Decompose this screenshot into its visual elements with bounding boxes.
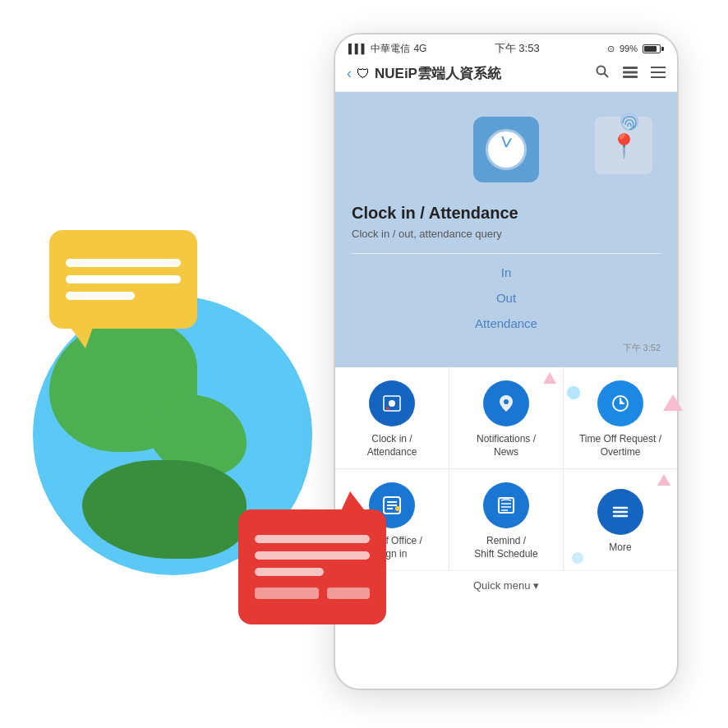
red-btn-2: [327, 587, 370, 599]
bubble-line-2: [66, 275, 181, 283]
nav-left: ‹ 🛡 NUEiP雲端人資系統: [347, 64, 501, 83]
search-icon[interactable]: [595, 64, 610, 83]
globe-land-3: [82, 460, 247, 559]
red-bubble-line-2: [255, 551, 370, 560]
grid-label-2: Time Off Request /Overtime: [579, 433, 661, 458]
clock-box: [473, 117, 539, 182]
grid-cell-1[interactable]: Notifications /News: [449, 367, 563, 468]
svg-point-8: [621, 113, 638, 130]
grid-label-5: More: [609, 541, 631, 555]
grid-label-1: Notifications /News: [477, 433, 536, 458]
deco-triangle-top-right: [663, 394, 683, 411]
link-attendance[interactable]: Attendance: [352, 311, 661, 335]
nav-bar: ‹ 🛡 NUEiP雲端人資系統: [335, 59, 677, 92]
status-left: ▌▌▌ 中華電信 4G: [348, 42, 426, 56]
app-title: NUEiP雲端人資系統: [375, 64, 501, 83]
svg-point-0: [597, 67, 606, 75]
deco-circle-top: [567, 386, 580, 399]
svg-point-10: [389, 400, 395, 407]
grid-icon-0: [369, 380, 415, 426]
battery-icon: [643, 44, 664, 53]
svg-point-11: [386, 407, 389, 410]
red-bubble-line-3: [255, 568, 324, 576]
clock-icon-wrap: [473, 117, 539, 182]
nav-right: [595, 64, 666, 83]
battery-percent: 99%: [620, 44, 638, 53]
menu-icon[interactable]: [651, 65, 666, 82]
svg-rect-3: [623, 71, 638, 74]
deco-triangle-1: [543, 372, 556, 384]
grid-cell-2[interactable]: Time Off Request /Overtime: [564, 367, 677, 468]
grid-cell-0[interactable]: Clock in /Attendance: [335, 367, 449, 468]
main-card: 📍 Clock in / Attendance Clock in / out, …: [335, 92, 677, 367]
card-divider-1: [352, 253, 661, 254]
link-in[interactable]: In: [352, 260, 661, 284]
carrier-label: 中華電信: [371, 42, 410, 56]
lock-icon: ⊙: [607, 44, 615, 54]
grid-cell-5[interactable]: More: [564, 469, 677, 570]
grid-icon-5: [597, 489, 643, 535]
bubble-line-3: [66, 292, 135, 300]
clock-face: [486, 129, 527, 170]
svg-line-1: [605, 74, 609, 78]
quick-grid: Clock in /Attendance Notifications /News…: [335, 367, 677, 570]
deco-circle-5: [572, 552, 583, 564]
card-timestamp: 下午 3:52: [352, 342, 661, 354]
grid-cell-4[interactable]: Remind /Shift Schedule: [449, 469, 563, 570]
fingerprint-icon: [615, 108, 644, 138]
red-btn-1: [255, 587, 319, 599]
svg-rect-2: [623, 67, 638, 69]
grid-icon-1: [483, 380, 529, 426]
grid-label-4: Remind /Shift Schedule: [474, 535, 537, 560]
list-icon[interactable]: [623, 65, 638, 82]
link-out[interactable]: Out: [352, 286, 661, 310]
clock-hand-m: [501, 136, 507, 148]
signal-icon: ▌▌▌: [348, 44, 367, 53]
speech-bubble-yellow: [49, 230, 197, 329]
card-subtitle: Clock in / out, attendance query: [352, 228, 661, 240]
status-bar: ▌▌▌ 中華電信 4G 下午 3:53 ⊙ 99%: [335, 35, 677, 59]
grid-label-0: Clock in /Attendance: [367, 433, 417, 458]
speech-bubble-red: [238, 509, 386, 624]
status-right: ⊙ 99%: [607, 44, 664, 54]
deco-triangle-5: [657, 474, 670, 486]
svg-rect-4: [623, 76, 638, 78]
red-bubble-buttons: [255, 587, 370, 599]
grid-icon-4: [483, 482, 529, 528]
shield-icon: 🛡: [357, 67, 370, 81]
quick-menu-bar[interactable]: Quick menu ▾: [335, 570, 677, 600]
quick-menu-label: Quick menu ▾: [473, 579, 539, 592]
back-button[interactable]: ‹: [347, 65, 352, 82]
grid-icon-2: [597, 380, 643, 426]
red-bubble-line-1: [255, 535, 370, 543]
card-illustration: 📍: [352, 108, 661, 191]
status-time: 下午 3:53: [495, 41, 540, 56]
network-label: 4G: [413, 43, 426, 54]
card-links: In Out Attendance: [352, 260, 661, 335]
svg-point-18: [395, 506, 400, 511]
svg-point-12: [504, 399, 509, 404]
bubble-line-1: [66, 259, 181, 267]
card-title: Clock in / Attendance: [352, 204, 661, 223]
